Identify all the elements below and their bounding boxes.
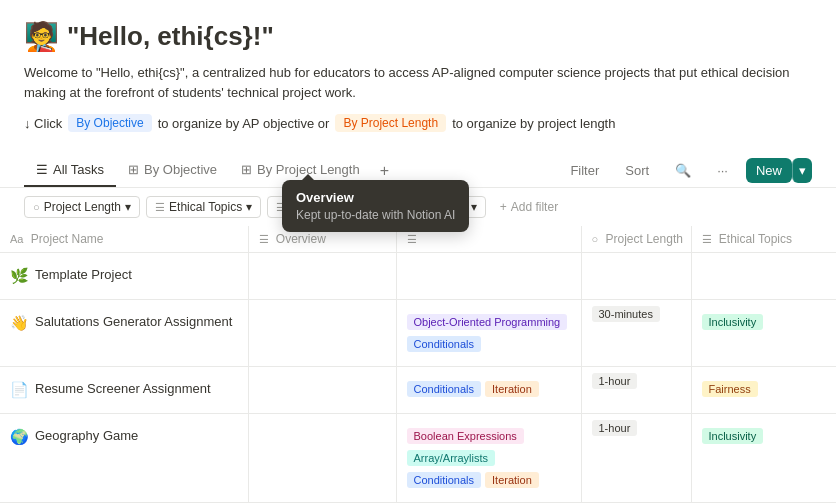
topic-tag: Iteration — [485, 381, 539, 397]
project-length-cell: 1-hour — [581, 414, 691, 503]
new-button[interactable]: New — [746, 158, 792, 183]
tab-all-tasks-label: All Tasks — [53, 162, 104, 177]
project-length-filter-label: Project Length — [44, 200, 121, 214]
col-header-project-name[interactable]: Aa Project Name — [0, 226, 248, 253]
topic-tag: Inclusivity — [702, 314, 764, 330]
filter-project-length[interactable]: ○ Project Length ▾ — [24, 196, 140, 218]
overview-tooltip: Overview Kept up-to-date with Notion AI — [282, 180, 469, 232]
overview-col-icon: ☰ — [259, 233, 269, 245]
click-hint-middle: to organize by AP objective or — [158, 116, 330, 131]
sort-button[interactable]: Sort — [617, 159, 657, 182]
search-icon-button[interactable]: 🔍 — [667, 159, 699, 182]
project-name-col-icon: Aa — [10, 233, 23, 245]
all-tasks-icon: ☰ — [36, 162, 48, 177]
project-icon: 🌍 — [10, 428, 29, 446]
project-length-col-label: Project Length — [606, 232, 683, 246]
table-row[interactable]: 📄Resume Screener AssignmentConditionalsI… — [0, 367, 836, 414]
more-options-button[interactable]: ··· — [709, 159, 736, 182]
project-name-text: Resume Screener Assignment — [35, 381, 211, 396]
tab-by-objective-label: By Objective — [144, 162, 217, 177]
tooltip-title: Overview — [296, 190, 455, 205]
topic-tag: Object-Oriented Programming — [407, 314, 568, 330]
page-container: 🧑‍🏫 "Hello, ethi{cs}!" Welcome to "Hello… — [0, 0, 836, 503]
overview-col-label: Overview — [276, 232, 326, 246]
ethical-topics-cell: Inclusivity — [691, 300, 836, 367]
overview-cell — [248, 414, 396, 503]
add-filter-label: Add filter — [511, 200, 558, 214]
col-header-project-length[interactable]: ○ Project Length — [581, 226, 691, 253]
cs-topics-cell: ConditionalsIteration — [396, 367, 581, 414]
main-table: Aa Project Name ☰ Overview ☰ ○ Project L… — [0, 226, 836, 503]
topic-tag: Boolean Expressions — [407, 428, 524, 444]
new-button-dropdown[interactable]: ▾ — [792, 158, 812, 183]
length-tag: 1-hour — [592, 373, 638, 389]
topic-tag: Inclusivity — [702, 428, 764, 444]
ethical-topics-col-icon: ☰ — [702, 233, 712, 245]
length-tag: 1-hour — [592, 420, 638, 436]
col-header-ethical-topics[interactable]: ☰ Ethical Topics — [691, 226, 836, 253]
table-row[interactable]: 🌿Template Project — [0, 253, 836, 300]
filter-ethical-topics[interactable]: ☰ Ethical Topics ▾ — [146, 196, 261, 218]
add-filter-plus-icon: + — [500, 200, 507, 214]
table-row[interactable]: 🌍Geography GameBoolean ExpressionsArray/… — [0, 414, 836, 503]
topic-tag: Iteration — [485, 472, 539, 488]
cs-topics-cell — [396, 253, 581, 300]
add-filter-button[interactable]: + Add filter — [492, 197, 566, 217]
sort-label: Sort — [625, 163, 649, 178]
languages-filter-arrow: ▾ — [471, 200, 477, 214]
project-name-cell[interactable]: 📄Resume Screener Assignment — [0, 367, 248, 414]
table-wrapper: Aa Project Name ☰ Overview ☰ ○ Project L… — [0, 226, 836, 503]
tab-all-tasks[interactable]: ☰ All Tasks — [24, 154, 116, 187]
ethical-topics-filter-arrow: ▾ — [246, 200, 252, 214]
overview-cell — [248, 253, 396, 300]
click-hint-suffix: to organize by project length — [452, 116, 615, 131]
project-icon: 👋 — [10, 314, 29, 332]
project-name-col-label: Project Name — [31, 232, 104, 246]
click-hint: ↓ Click By Objective to organize by AP o… — [24, 114, 812, 132]
project-name-cell[interactable]: 🌿Template Project — [0, 253, 248, 300]
by-objective-icon: ⊞ — [128, 162, 139, 177]
new-button-group: New ▾ — [746, 158, 812, 183]
filter-label: Filter — [570, 163, 599, 178]
cs-topics-cell: Boolean ExpressionsArray/ArraylistsCondi… — [396, 414, 581, 503]
ethical-topics-filter-icon: ☰ — [155, 201, 165, 214]
title-emoji: 🧑‍🏫 — [24, 20, 59, 53]
project-name-text: Geography Game — [35, 428, 138, 443]
project-name-text: Salutations Generator Assignment — [35, 314, 232, 329]
topic-tag: Fairness — [702, 381, 758, 397]
ethical-topics-col-label: Ethical Topics — [719, 232, 792, 246]
page-title: "Hello, ethi{cs}!" — [67, 21, 274, 52]
by-project-length-badge[interactable]: By Project Length — [335, 114, 446, 132]
project-name-cell[interactable]: 🌍Geography Game — [0, 414, 248, 503]
topic-tag: Conditionals — [407, 336, 482, 352]
tooltip-subtitle: Kept up-to-date with Notion AI — [296, 208, 455, 222]
ethical-topics-cell: Inclusivity — [691, 414, 836, 503]
toolbar-right: Filter Sort 🔍 ··· New ▾ — [562, 158, 812, 183]
project-length-cell: 1-hour — [581, 367, 691, 414]
overview-cell — [248, 367, 396, 414]
title-row: 🧑‍🏫 "Hello, ethi{cs}!" — [24, 20, 812, 53]
topic-tag: Conditionals — [407, 381, 482, 397]
project-name-text: Template Project — [35, 267, 132, 282]
page-header: 🧑‍🏫 "Hello, ethi{cs}!" Welcome to "Hello… — [0, 0, 836, 154]
project-name-cell[interactable]: 👋Salutations Generator Assignment — [0, 300, 248, 367]
table-row[interactable]: 👋Salutations Generator AssignmentObject-… — [0, 300, 836, 367]
topic-tag: Conditionals — [407, 472, 482, 488]
cs-topics-cell: Object-Oriented ProgrammingConditionals — [396, 300, 581, 367]
click-hint-arrow: ↓ Click — [24, 116, 62, 131]
ethical-topics-cell: Fairness — [691, 367, 836, 414]
tab-by-objective[interactable]: ⊞ By Objective — [116, 154, 229, 187]
project-length-cell — [581, 253, 691, 300]
project-length-cell: 30-minutes — [581, 300, 691, 367]
project-icon: 🌿 — [10, 267, 29, 285]
table-body: 🌿Template Project👋Salutations Generator … — [0, 253, 836, 504]
cs-topics-col-icon: ☰ — [407, 233, 417, 245]
by-objective-badge[interactable]: By Objective — [68, 114, 151, 132]
new-label: New — [756, 163, 782, 178]
ethical-topics-filter-label: Ethical Topics — [169, 200, 242, 214]
filter-button[interactable]: Filter — [562, 159, 607, 182]
page-description: Welcome to "Hello, ethi{cs}", a centrali… — [24, 63, 812, 102]
project-length-col-icon: ○ — [592, 233, 599, 245]
ethical-topics-cell — [691, 253, 836, 300]
overview-cell — [248, 300, 396, 367]
